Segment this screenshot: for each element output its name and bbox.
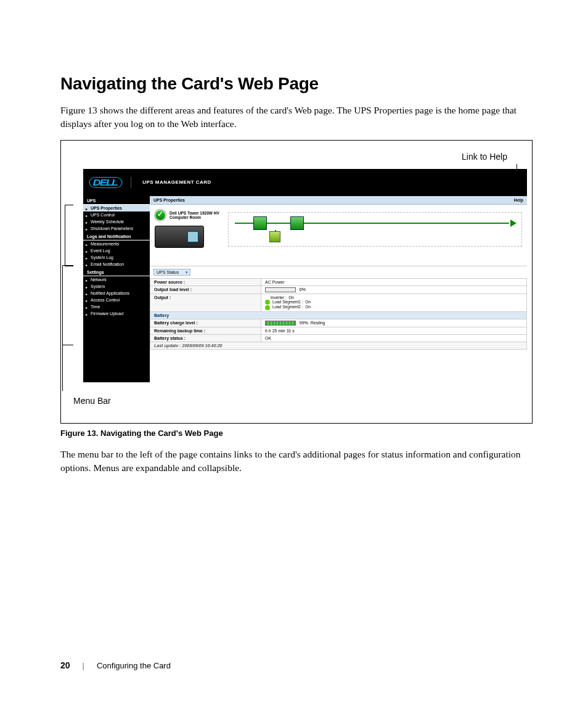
intro-paragraph: Figure 13 shows the different areas and … <box>60 104 533 131</box>
sidebar: UPS UPS Properties UPS Control Weekly Sc… <box>83 196 150 382</box>
row-label: Battery charge level : <box>150 319 261 327</box>
callout-bracket <box>65 205 73 266</box>
sidebar-header-logs: Logs and Notification <box>83 232 150 240</box>
mock-header: DELL UPS MANAGEMENT CARD <box>83 169 527 196</box>
dell-logo: DELL <box>89 177 122 188</box>
content-title: UPS Properties <box>153 198 185 202</box>
power-flow-diagram <box>228 212 522 247</box>
callout-help: Link to Help <box>462 152 507 162</box>
battery-section-header: Battery <box>150 311 527 319</box>
ups-status-dropdown[interactable]: UPS Status <box>153 269 190 276</box>
row-label: Output : <box>150 294 261 312</box>
row-value: Inverter : On Load Segment1 : On Load Se… <box>261 294 527 312</box>
sidebar-item-firmware-upload[interactable]: Firmware Upload <box>83 310 150 317</box>
body-paragraph: The menu bar to the left of the page con… <box>60 448 533 475</box>
status-dot-icon <box>265 305 270 310</box>
row-value: OK <box>261 334 527 342</box>
sidebar-item-system[interactable]: System <box>83 283 150 290</box>
charge-bar-icon <box>265 321 296 326</box>
flow-node-icon <box>253 216 267 230</box>
sidebar-item-weekly-schedule[interactable]: Weekly Schedule <box>83 218 150 225</box>
footer-divider: | <box>83 661 84 670</box>
flow-node-icon <box>290 216 304 230</box>
properties-table: Power source : AC Power Output load leve… <box>150 278 527 350</box>
status-ok-icon <box>155 210 166 221</box>
row-value: 0% <box>261 285 527 293</box>
sidebar-item-measurements[interactable]: Measurements <box>83 240 150 247</box>
ups-image <box>155 226 204 248</box>
row-value: AC Power <box>261 278 527 285</box>
row-label: Output load level : <box>150 285 261 293</box>
page-number: 20 <box>60 660 70 670</box>
screenshot-mock: DELL UPS MANAGEMENT CARD UPS UPS Propert… <box>83 169 527 382</box>
row-label: Power source : <box>150 278 261 285</box>
device-location: Computer Room <box>169 215 219 220</box>
sidebar-item-system-log[interactable]: System Log <box>83 254 150 261</box>
flow-battery-icon <box>269 231 280 242</box>
sidebar-header-settings: Settings <box>83 268 150 276</box>
app-title: UPS MANAGEMENT CARD <box>142 179 211 185</box>
row-value: 99% Resting <box>261 319 527 327</box>
sidebar-header-ups: UPS <box>83 196 150 205</box>
row-label: Remaining backup time : <box>150 327 261 334</box>
sidebar-item-event-log[interactable]: Event Log <box>83 247 150 254</box>
row-value: 6 h 25 min 31 s <box>261 327 527 334</box>
sidebar-item-shutdown-parameters[interactable]: Shutdown Parameters <box>83 225 150 232</box>
footer-section-title: Configuring the Card <box>97 661 171 670</box>
content-panel: UPS Properties Help Dell UPS Tower 1920W… <box>150 196 527 382</box>
section-heading: Navigating the Card's Web Page <box>60 74 533 94</box>
sidebar-item-notified-applications[interactable]: Notified Applications <box>83 290 150 297</box>
sidebar-item-time[interactable]: Time <box>83 303 150 310</box>
row-label: Battery status : <box>150 334 261 342</box>
page-footer: 20 | Configuring the Card <box>60 660 171 670</box>
sidebar-item-ups-properties[interactable]: UPS Properties <box>83 205 150 211</box>
sidebar-item-ups-control[interactable]: UPS Control <box>83 211 150 218</box>
figure-frame: Link to Help Menu Bar DELL UPS MANAGEMEN… <box>60 140 533 424</box>
divider <box>131 177 131 188</box>
help-link[interactable]: Help <box>514 198 523 202</box>
sidebar-item-email-notification[interactable]: Email Notification <box>83 261 150 268</box>
status-dot-icon <box>265 300 270 305</box>
last-update: Last update : 2009/09/09 10:40:20 <box>150 342 527 349</box>
callout-bracket <box>62 265 73 345</box>
figure-caption: Figure 13. Navigating the Card's Web Pag… <box>60 429 533 438</box>
load-bar-icon <box>265 287 296 292</box>
sidebar-item-access-control[interactable]: Access Control <box>83 297 150 303</box>
device-name: Dell UPS Tower 1920W HV <box>169 211 219 215</box>
callout-line <box>62 345 63 391</box>
callout-menu-bar: Menu Bar <box>73 396 111 406</box>
sidebar-item-network[interactable]: Network <box>83 276 150 283</box>
